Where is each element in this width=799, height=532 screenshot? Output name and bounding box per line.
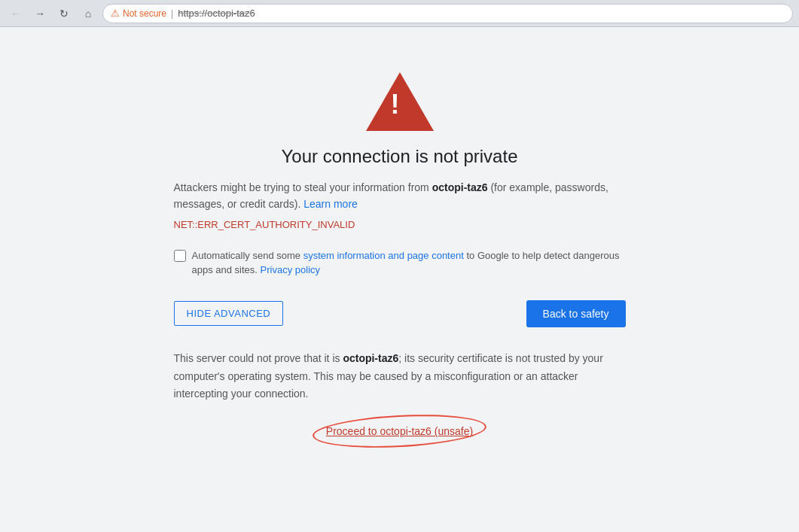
advanced-text-1: This server could not prove that it is bbox=[174, 352, 343, 364]
system-info-link[interactable]: system information and page content bbox=[303, 250, 464, 261]
page-content: Your connection is not private Attackers… bbox=[0, 27, 799, 532]
warning-triangle-icon bbox=[366, 72, 434, 131]
proceed-link[interactable]: Proceed to octopi-taz6 (unsafe) bbox=[326, 425, 473, 437]
button-row: HIDE ADVANCED Back to safety bbox=[174, 300, 626, 327]
proceed-link-container: Proceed to octopi-taz6 (unsafe) bbox=[326, 424, 473, 438]
address-bar[interactable]: ⚠ Not secure | https://octopi-taz6 bbox=[102, 4, 793, 23]
browser-chrome: ← → ↻ ⌂ ⚠ Not secure | https://octopi-ta… bbox=[0, 0, 799, 27]
learn-more-link[interactable]: Learn more bbox=[303, 198, 358, 210]
hide-advanced-button[interactable]: HIDE ADVANCED bbox=[174, 301, 284, 326]
advanced-text: This server could not prove that it is o… bbox=[174, 350, 626, 403]
description-text-1: Attackers might be trying to steal your … bbox=[174, 181, 432, 193]
error-code: NET::ERR_CERT_AUTHORITY_INVALID bbox=[174, 219, 355, 230]
address-separator: | bbox=[171, 8, 173, 19]
home-button[interactable]: ⌂ bbox=[78, 4, 98, 23]
reload-button[interactable]: ↻ bbox=[54, 4, 74, 23]
error-container: Your connection is not private Attackers… bbox=[174, 72, 626, 438]
privacy-policy-link[interactable]: Privacy policy bbox=[261, 264, 320, 275]
url-display: https://octopi-taz6 bbox=[178, 8, 255, 19]
site-name-1: octopi-taz6 bbox=[432, 181, 488, 193]
error-description: Attackers might be trying to steal your … bbox=[174, 179, 626, 213]
forward-button[interactable]: → bbox=[30, 4, 50, 23]
error-title: Your connection is not private bbox=[282, 146, 518, 167]
checkbox-text-1: Automatically send some bbox=[192, 250, 303, 261]
security-warning-icon: ⚠ Not secure bbox=[111, 8, 166, 19]
send-info-checkbox[interactable] bbox=[174, 250, 186, 262]
checkbox-row: Automatically send some system informati… bbox=[174, 248, 626, 278]
back-button[interactable]: ← bbox=[6, 4, 26, 23]
checkbox-label: Automatically send some system informati… bbox=[192, 248, 626, 278]
back-to-safety-button[interactable]: Back to safety bbox=[526, 300, 626, 327]
security-label: Not secure bbox=[123, 8, 166, 19]
site-name-2: octopi-taz6 bbox=[343, 352, 398, 364]
